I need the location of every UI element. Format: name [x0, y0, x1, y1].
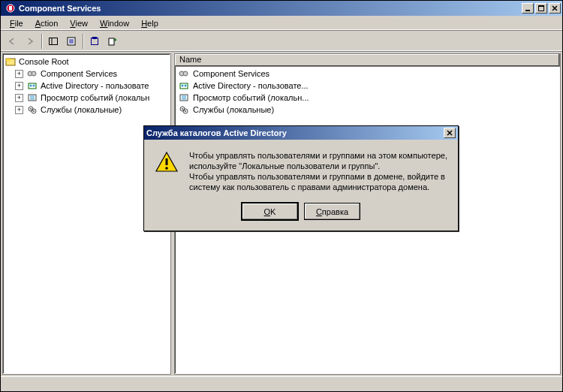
active-directory-icon — [178, 80, 190, 91]
menu-action[interactable]: Action — [29, 17, 65, 29]
svg-rect-12 — [92, 37, 97, 39]
component-services-icon — [178, 68, 190, 79]
dialog-titlebar[interactable]: Служба каталогов Active Directory — [144, 126, 458, 140]
status-bar — [1, 376, 562, 391]
ok-button[interactable]: OK — [242, 203, 298, 220]
svg-rect-2 — [525, 10, 530, 11]
svg-point-19 — [30, 85, 32, 87]
refresh-button[interactable] — [86, 33, 103, 50]
tree-item[interactable]: + Active Directory - пользовате — [3, 80, 170, 92]
svg-point-32 — [182, 85, 184, 87]
dialog-message-line: Чтобы управлять пользователями и группам… — [189, 150, 447, 171]
active-directory-icon — [26, 80, 38, 91]
svg-point-30 — [183, 71, 188, 76]
tree-item[interactable]: + Component Services — [3, 68, 170, 80]
expand-icon[interactable]: + — [15, 94, 23, 102]
column-header-row: Name — [175, 54, 560, 67]
window-title: Component Services — [19, 4, 522, 13]
tree-item-label: Component Services — [41, 69, 117, 78]
tree-item-label: Службы (локальные) — [41, 105, 122, 114]
svg-rect-5 — [50, 38, 58, 44]
dialog-message: Чтобы управлять пользователями и группам… — [189, 150, 447, 192]
menu-window[interactable]: Window — [94, 17, 135, 29]
svg-point-43 — [165, 167, 168, 170]
menu-file[interactable]: File — [4, 17, 29, 29]
tree-root[interactable]: Console Root — [3, 56, 170, 68]
svg-rect-18 — [29, 83, 36, 89]
services-icon — [26, 104, 38, 115]
svg-point-27 — [30, 108, 32, 110]
tree-item[interactable]: + Просмотр событий (локальн — [3, 92, 170, 104]
console-root-icon — [5, 56, 17, 67]
toolbar-separator — [83, 34, 83, 49]
list-item-label: Active Directory - пользовате... — [193, 81, 309, 90]
menu-view[interactable]: View — [64, 17, 94, 29]
component-services-icon — [26, 68, 38, 79]
svg-rect-42 — [166, 158, 168, 165]
dialog-title: Служба каталогов Active Directory — [146, 128, 444, 137]
app-icon — [5, 3, 16, 14]
dialog-message-line: Чтобы управлять пользователями и группам… — [189, 171, 447, 192]
properties-button[interactable] — [63, 33, 80, 50]
list-item-label: Component Services — [193, 69, 269, 78]
list-item[interactable]: Просмотр событий (локальн... — [175, 92, 560, 104]
svg-rect-1 — [9, 6, 12, 11]
svg-point-33 — [185, 85, 187, 87]
tree-root-label: Console Root — [19, 57, 69, 66]
svg-rect-15 — [6, 59, 11, 61]
dialog-close-button[interactable] — [444, 128, 456, 138]
toolbar — [1, 31, 562, 52]
svg-rect-4 — [538, 5, 544, 7]
message-dialog: Служба каталогов Active Directory Чтобы … — [143, 125, 459, 231]
menu-help[interactable]: Help — [135, 17, 164, 29]
close-button[interactable] — [549, 3, 561, 14]
svg-point-28 — [33, 110, 35, 112]
export-button[interactable] — [104, 33, 121, 50]
minimize-button[interactable] — [522, 3, 534, 14]
forward-button[interactable] — [22, 33, 38, 50]
back-button[interactable] — [4, 33, 20, 50]
svg-point-41 — [185, 110, 186, 112]
tree-item-label: Просмотр событий (локальн — [41, 93, 149, 102]
tree-item[interactable]: + Службы (локальные) — [3, 104, 170, 116]
svg-point-40 — [182, 108, 183, 110]
menubar: File Action View Window Help — [1, 16, 562, 31]
svg-point-17 — [32, 71, 36, 76]
warning-icon — [155, 150, 179, 174]
expand-icon[interactable]: + — [15, 106, 23, 114]
show-hide-tree-button[interactable] — [45, 33, 62, 50]
tree-item-label: Active Directory - пользовате — [41, 81, 149, 90]
services-icon — [178, 104, 190, 115]
help-button[interactable]: Справка — [304, 203, 360, 220]
list-item[interactable]: Component Services — [175, 68, 560, 80]
list-item[interactable]: Active Directory - пользовате... — [175, 80, 560, 92]
svg-rect-31 — [180, 83, 188, 89]
column-header-name[interactable]: Name — [175, 54, 560, 66]
event-viewer-icon — [178, 92, 190, 103]
maximize-button[interactable] — [535, 3, 547, 14]
svg-point-20 — [33, 85, 35, 87]
expand-icon[interactable]: + — [15, 70, 23, 78]
svg-rect-13 — [109, 38, 114, 45]
list-item-label: Просмотр событий (локальн... — [193, 93, 309, 102]
list-item-label: Службы (локальные) — [193, 105, 274, 114]
expand-icon[interactable]: + — [15, 82, 23, 90]
titlebar[interactable]: Component Services — [1, 1, 562, 16]
event-viewer-icon — [26, 92, 38, 103]
list-item[interactable]: Службы (локальные) — [175, 104, 560, 116]
toolbar-separator — [41, 34, 42, 49]
